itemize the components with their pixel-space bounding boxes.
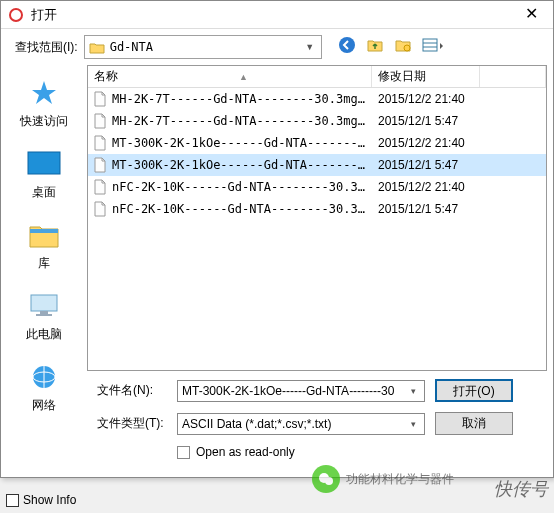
filename-value: MT-300K-2K-1kOe------Gd-NTA--------30 <box>182 384 406 398</box>
place-libraries[interactable]: 库 <box>1 211 87 282</box>
place-quick-access[interactable]: 快速访问 <box>1 69 87 140</box>
svg-rect-9 <box>36 314 52 316</box>
place-network[interactable]: 网络 <box>1 353 87 424</box>
file-rows: MH-2K-7T------Gd-NTA--------30.3mg.dc - … <box>88 88 546 220</box>
readonly-label: Open as read-only <box>196 445 295 459</box>
file-name: MH-2K-7T------Gd-NTA--------30.3mg.dc.da… <box>112 114 372 128</box>
file-icon <box>92 157 108 173</box>
file-name: nFC-2K-10K------Gd-NTA--------30.3mg.dc … <box>112 180 372 194</box>
open-button[interactable]: 打开(O) <box>435 379 513 402</box>
place-label: 桌面 <box>3 184 85 201</box>
desktop-icon <box>3 148 85 180</box>
chevron-down-icon[interactable]: ▾ <box>406 419 420 429</box>
dialog-title: 打开 <box>31 6 513 24</box>
svg-rect-5 <box>28 152 60 174</box>
file-date: 2015/12/1 5:47 <box>372 158 480 172</box>
lookin-combo[interactable]: Gd-NTA ▼ <box>84 35 322 59</box>
file-name: nFC-2K-10K------Gd-NTA--------30.3mg.dc.… <box>112 202 372 216</box>
svg-rect-7 <box>31 295 57 311</box>
file-row[interactable]: MT-300K-2K-1kOe------Gd-NTA--------30.3m… <box>88 154 546 176</box>
readonly-checkbox[interactable] <box>177 446 190 459</box>
file-row[interactable]: nFC-2K-10K------Gd-NTA--------30.3mg.dc … <box>88 176 546 198</box>
network-icon <box>3 361 85 393</box>
footer: Show Info <box>6 493 76 507</box>
chevron-down-icon[interactable]: ▾ <box>406 386 420 396</box>
lookin-row: 查找范围(I): Gd-NTA ▼ <box>1 29 553 65</box>
place-label: 此电脑 <box>3 326 85 343</box>
filetype-combo[interactable]: ASCII Data (*.dat;*.csv;*.txt) ▾ <box>177 413 425 435</box>
lookin-label: 查找范围(I): <box>15 39 78 56</box>
this-pc-icon <box>3 290 85 322</box>
column-name[interactable]: 名称▲ <box>88 66 372 87</box>
file-date: 2015/12/2 21:40 <box>372 136 480 150</box>
svg-rect-6 <box>30 229 58 233</box>
list-header: 名称▲ 修改日期 <box>88 66 546 88</box>
place-label: 库 <box>3 255 85 272</box>
svg-point-14 <box>325 477 333 485</box>
file-icon <box>92 135 108 151</box>
libraries-icon <box>3 219 85 251</box>
file-row[interactable]: MH-2K-7T------Gd-NTA--------30.3mg.dc.da… <box>88 110 546 132</box>
file-list: 名称▲ 修改日期 MH-2K-7T------Gd-NTA--------30.… <box>87 65 547 371</box>
filename-label: 文件名(N): <box>97 382 177 399</box>
place-this-pc[interactable]: 此电脑 <box>1 282 87 353</box>
file-icon <box>92 201 108 217</box>
filename-row: 文件名(N): MT-300K-2K-1kOe------Gd-NTA-----… <box>97 379 547 402</box>
svg-point-0 <box>339 37 355 53</box>
place-label: 网络 <box>3 397 85 414</box>
app-icon <box>7 6 25 24</box>
open-dialog: 打开 ✕ 查找范围(I): Gd-NTA ▼ 快速访问 桌面 <box>0 0 554 478</box>
nav-toolbar <box>338 36 444 58</box>
file-row[interactable]: nFC-2K-10K------Gd-NTA--------30.3mg.dc.… <box>88 198 546 220</box>
folder-icon <box>89 41 105 54</box>
filename-combo[interactable]: MT-300K-2K-1kOe------Gd-NTA--------30 ▾ <box>177 380 425 402</box>
views-icon[interactable] <box>422 36 444 58</box>
showinfo-checkbox[interactable] <box>6 494 19 507</box>
new-folder-icon[interactable] <box>394 36 412 58</box>
back-icon[interactable] <box>338 36 356 58</box>
file-date: 2015/12/2 21:40 <box>372 92 480 106</box>
file-name: MT-300K-2K-1kOe------Gd-NTA--------30.3m… <box>112 158 372 172</box>
svg-rect-8 <box>40 311 48 314</box>
svg-rect-2 <box>423 39 437 51</box>
close-button[interactable]: ✕ <box>513 4 549 26</box>
place-label: 快速访问 <box>3 113 85 130</box>
filetype-value: ASCII Data (*.dat;*.csv;*.txt) <box>182 417 406 431</box>
showinfo-label: Show Info <box>23 493 76 507</box>
sort-asc-icon: ▲ <box>122 72 365 82</box>
column-extra[interactable] <box>480 66 546 87</box>
filetype-row: 文件类型(T): ASCII Data (*.dat;*.csv;*.txt) … <box>97 412 547 435</box>
column-date[interactable]: 修改日期 <box>372 66 480 87</box>
file-date: 2015/12/1 5:47 <box>372 202 480 216</box>
quick-access-icon <box>3 77 85 109</box>
file-icon <box>92 91 108 107</box>
chevron-down-icon[interactable]: ▼ <box>303 42 317 52</box>
lookin-value: Gd-NTA <box>110 40 303 54</box>
file-row[interactable]: MH-2K-7T------Gd-NTA--------30.3mg.dc - … <box>88 88 546 110</box>
titlebar: 打开 ✕ <box>1 1 553 29</box>
svg-point-1 <box>404 45 410 51</box>
body-row: 快速访问 桌面 库 此电脑 网络 名称▲ 修改日期 <box>1 65 553 371</box>
file-icon <box>92 179 108 195</box>
readonly-row: Open as read-only <box>97 445 547 459</box>
place-desktop[interactable]: 桌面 <box>1 140 87 211</box>
file-name: MT-300K-2K-1kOe------Gd-NTA--------30.3.… <box>112 136 372 150</box>
file-icon <box>92 113 108 129</box>
cancel-button[interactable]: 取消 <box>435 412 513 435</box>
file-date: 2015/12/2 21:40 <box>372 180 480 194</box>
filetype-label: 文件类型(T): <box>97 415 177 432</box>
watermark-brand: 快传号 <box>494 477 548 501</box>
file-date: 2015/12/1 5:47 <box>372 114 480 128</box>
places-bar: 快速访问 桌面 库 此电脑 网络 <box>1 65 87 371</box>
up-folder-icon[interactable] <box>366 36 384 58</box>
file-name: MH-2K-7T------Gd-NTA--------30.3mg.dc - … <box>112 91 372 108</box>
file-row[interactable]: MT-300K-2K-1kOe------Gd-NTA--------30.3.… <box>88 132 546 154</box>
